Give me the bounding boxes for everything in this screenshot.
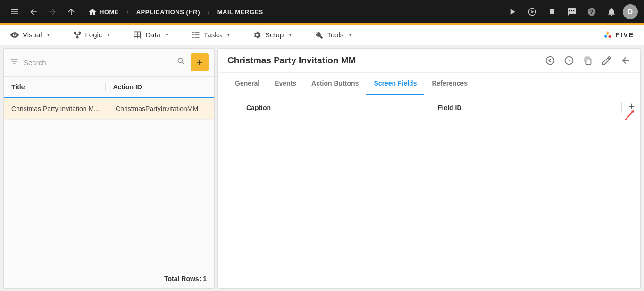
tool-visual[interactable]: Visual ▼ (10, 30, 51, 40)
tool-label: Visual (23, 31, 42, 39)
left-table: Title Action ID Christmas Party Invitati… (4, 77, 214, 269)
toolbar: Visual ▼ Logic ▼ Data ▼ Tasks ▼ Setup ▼ … (0, 25, 644, 45)
svg-point-7 (546, 57, 554, 65)
svg-rect-1 (550, 9, 554, 14)
svg-rect-9 (586, 59, 591, 64)
tabs: General Events Action Buttons Screen Fie… (218, 73, 640, 95)
play-icon[interactable] (504, 3, 521, 20)
col-fieldid-header[interactable]: Field ID (430, 104, 621, 111)
copy-icon[interactable] (583, 55, 593, 66)
chevron-down-icon: ▼ (106, 32, 111, 37)
logo-text: FIVE (616, 31, 634, 39)
col-title-header[interactable]: Title (11, 83, 105, 91)
detail-actions (545, 55, 631, 66)
stop-icon[interactable] (544, 3, 560, 20)
footer-count: 1 (203, 275, 207, 282)
chevron-down-icon: ▼ (348, 32, 352, 37)
left-table-header: Title Action ID (4, 77, 214, 98)
chevron-down-icon: ▼ (226, 32, 231, 37)
back-arrow-icon[interactable] (620, 55, 631, 66)
tool-label: Tools (327, 31, 343, 39)
tool-label: Data (145, 31, 160, 39)
sub-table-header: Caption Field ID (218, 95, 640, 120)
tool-tools[interactable]: Tools ▼ (314, 30, 352, 40)
edit-icon[interactable] (602, 55, 612, 66)
breadcrumb: HOME › APPLICATIONS (HR) › MAIL MERGES (85, 8, 266, 16)
breadcrumb-label: APPLICATIONS (HR) (136, 9, 200, 16)
svg-point-5 (78, 31, 81, 34)
breadcrumb-label: MAIL MERGES (217, 9, 263, 16)
tool-logic[interactable]: Logic ▼ (73, 30, 111, 40)
col-actionid-header[interactable]: Action ID (105, 83, 207, 91)
tool-label: Logic (85, 31, 102, 39)
svg-text:?: ? (590, 9, 593, 15)
col-caption-header[interactable]: Caption (227, 104, 430, 111)
add-button[interactable] (191, 53, 209, 71)
help-icon[interactable]: ? (583, 3, 600, 20)
menu-icon[interactable] (6, 3, 23, 20)
chat-icon[interactable] (563, 3, 580, 20)
tab-general[interactable]: General (227, 73, 267, 95)
detail-header: Christmas Party Invitation MM (218, 49, 640, 73)
left-panel: Title Action ID Christmas Party Invitati… (3, 48, 215, 289)
logo: FIVE (602, 30, 634, 40)
right-panel: Christmas Party Invitation MM (217, 48, 641, 289)
play-circle-icon[interactable] (524, 3, 541, 20)
breadcrumb-applications[interactable]: APPLICATIONS (HR) (134, 9, 203, 16)
filter-icon[interactable] (9, 57, 19, 68)
tab-references[interactable]: References (424, 73, 475, 95)
add-field-button[interactable] (621, 102, 631, 113)
chevron-down-icon: ▼ (165, 32, 169, 37)
avatar-initial: D (628, 8, 633, 16)
svg-point-6 (76, 36, 78, 38)
svg-point-4 (74, 31, 76, 34)
tool-label: Setup (265, 31, 284, 39)
chevron-down-icon: ▼ (46, 32, 51, 37)
logo-icon (602, 30, 613, 40)
back-circle-icon[interactable] (545, 55, 555, 66)
footer-label: Total Rows: (164, 275, 201, 282)
search-row (4, 49, 214, 77)
detail-title: Christmas Party Invitation MM (227, 55, 356, 66)
tab-action-buttons[interactable]: Action Buttons (304, 73, 366, 95)
tool-setup[interactable]: Setup ▼ (252, 30, 293, 40)
left-footer: Total Rows: 1 (4, 269, 214, 288)
tool-data[interactable]: Data ▼ (133, 30, 169, 40)
tab-screen-fields[interactable]: Screen Fields (366, 73, 424, 95)
topbar: HOME › APPLICATIONS (HR) › MAIL MERGES ? (0, 0, 644, 23)
breadcrumb-home[interactable]: HOME (85, 8, 122, 16)
cell-actionid: ChristmasPartyInvitationMM (108, 105, 207, 112)
topbar-right: ? D (504, 3, 638, 20)
search-input[interactable] (24, 59, 172, 67)
up-icon[interactable] (63, 3, 80, 20)
chevron-down-icon: ▼ (288, 32, 293, 37)
main: Title Action ID Christmas Party Invitati… (0, 45, 644, 291)
cell-title: Christmas Party Invitation M... (11, 105, 108, 112)
tool-tasks[interactable]: Tasks ▼ (191, 30, 231, 40)
tab-events[interactable]: Events (267, 73, 304, 95)
forward-icon[interactable] (44, 3, 61, 20)
back-icon[interactable] (25, 3, 42, 20)
avatar[interactable]: D (623, 4, 638, 19)
bell-icon[interactable] (603, 3, 620, 20)
breadcrumb-mailmerges[interactable]: MAIL MERGES (215, 9, 266, 16)
chevron-right-icon: › (203, 8, 215, 16)
table-row[interactable]: Christmas Party Invitation M... Christma… (4, 98, 214, 120)
topbar-left: HOME › APPLICATIONS (HR) › MAIL MERGES (6, 3, 266, 20)
chevron-right-icon: › (122, 8, 134, 16)
search-icon[interactable] (176, 57, 186, 68)
breadcrumb-label: HOME (100, 9, 119, 16)
tool-label: Tasks (204, 31, 222, 39)
history-icon[interactable] (564, 55, 574, 66)
